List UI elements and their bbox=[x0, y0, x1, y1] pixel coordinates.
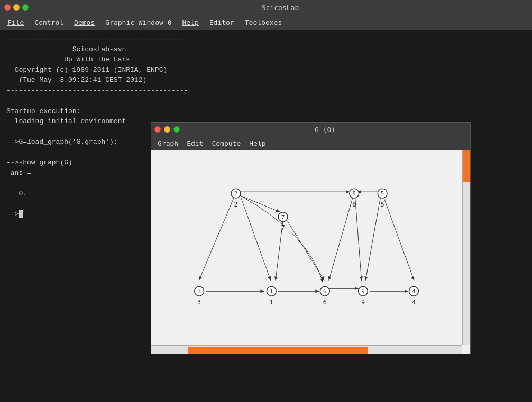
svg-line-12 bbox=[384, 198, 414, 279]
terminal-cursor[interactable]: --> bbox=[6, 209, 23, 220]
menu-help[interactable]: Help bbox=[177, 17, 204, 27]
terminal-line: Copyright (c) 1989-2011 (INRIA, ENPC) bbox=[6, 65, 526, 76]
minimize-button[interactable] bbox=[13, 4, 20, 11]
graph-menu-edit[interactable]: Edit bbox=[182, 138, 207, 148]
graph-scrollbar-right[interactable] bbox=[462, 150, 470, 345]
graph-menu-graph[interactable]: Graph bbox=[153, 138, 182, 148]
graph-scrollbar-right-thumb[interactable] bbox=[463, 150, 470, 182]
graph-close-button[interactable] bbox=[154, 126, 161, 133]
graph-maximize-button[interactable] bbox=[173, 126, 180, 133]
terminal-line: (Tue May 8 09:22:41 CEST 2012) bbox=[6, 75, 526, 86]
svg-text:8: 8 bbox=[352, 190, 356, 197]
app-title: ScicosLab bbox=[33, 4, 528, 12]
graph-canvas: 2 3 1 7 6 8 5 bbox=[151, 150, 470, 354]
svg-text:2: 2 bbox=[234, 201, 237, 208]
svg-text:6: 6 bbox=[323, 288, 327, 295]
svg-text:1: 1 bbox=[270, 298, 273, 306]
menu-demos[interactable]: Demos bbox=[69, 17, 100, 27]
terminal-line: ScicosLab-svn bbox=[6, 44, 526, 55]
maximize-button[interactable] bbox=[22, 4, 29, 11]
window-controls[interactable] bbox=[4, 4, 29, 11]
terminal-line: ----------------------------------------… bbox=[6, 86, 526, 96]
svg-text:6: 6 bbox=[323, 298, 327, 306]
svg-text:7: 7 bbox=[281, 214, 285, 221]
main-content: ----------------------------------------… bbox=[0, 30, 532, 402]
graph-window: G (0) Graph Edit Compute Help bbox=[151, 122, 471, 354]
svg-line-9 bbox=[329, 198, 353, 279]
svg-text:9: 9 bbox=[361, 288, 365, 295]
graph-svg: 2 3 1 7 6 8 5 bbox=[151, 150, 470, 354]
svg-text:9: 9 bbox=[361, 298, 365, 306]
graph-scrollbar-bottom[interactable] bbox=[151, 345, 462, 354]
svg-line-13 bbox=[365, 198, 380, 279]
svg-text:3: 3 bbox=[197, 298, 201, 306]
svg-text:8: 8 bbox=[352, 201, 356, 208]
graph-minimize-button[interactable] bbox=[164, 126, 170, 133]
terminal-line: Startup execution: bbox=[6, 106, 526, 117]
app-title-bar: ScicosLab bbox=[0, 0, 532, 15]
menu-file[interactable]: File bbox=[2, 17, 29, 27]
close-button[interactable] bbox=[4, 4, 11, 11]
svg-line-2 bbox=[199, 198, 234, 279]
svg-text:5: 5 bbox=[381, 201, 384, 208]
svg-text:2: 2 bbox=[234, 190, 238, 197]
graph-menu-compute[interactable]: Compute bbox=[207, 138, 245, 148]
svg-text:1: 1 bbox=[270, 288, 273, 295]
svg-line-3 bbox=[241, 198, 270, 279]
terminal-line bbox=[6, 96, 526, 106]
menu-control[interactable]: Control bbox=[29, 17, 69, 27]
graph-menu-bar: Graph Edit Compute Help bbox=[151, 136, 470, 150]
menu-graphic-window[interactable]: Graphic Window 0 bbox=[100, 17, 177, 27]
graph-title-bar: G (0) bbox=[151, 123, 470, 136]
menu-toolboxes[interactable]: Toolboxes bbox=[240, 17, 287, 27]
graph-scrollbar-bottom-thumb[interactable] bbox=[188, 347, 368, 354]
terminal-line: Up With The Lark bbox=[6, 54, 526, 65]
svg-line-10 bbox=[355, 198, 362, 279]
main-menu-bar: File Control Demos Graphic Window 0 Help… bbox=[0, 15, 532, 30]
svg-line-1 bbox=[237, 194, 279, 212]
svg-text:4: 4 bbox=[412, 298, 416, 306]
terminal-line: ----------------------------------------… bbox=[6, 34, 526, 44]
svg-line-5 bbox=[287, 221, 324, 280]
svg-text:3: 3 bbox=[197, 288, 201, 295]
svg-text:7: 7 bbox=[281, 224, 285, 231]
graph-menu-help[interactable]: Help bbox=[245, 138, 270, 148]
graph-window-title: G (0) bbox=[183, 126, 467, 134]
svg-text:5: 5 bbox=[381, 190, 384, 197]
menu-editor[interactable]: Editor bbox=[204, 17, 240, 27]
svg-text:4: 4 bbox=[412, 288, 416, 295]
